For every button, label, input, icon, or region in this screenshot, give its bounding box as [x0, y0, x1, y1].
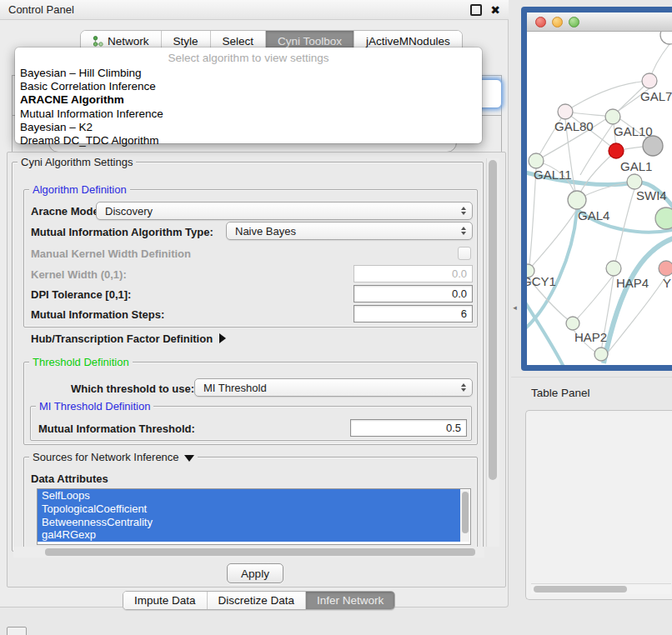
algorithm-definition-title: Algorithm Definition [29, 183, 130, 196]
list-item-betweennesscentrality[interactable]: BetweennessCentrality [38, 516, 460, 529]
label-y-partial: Y [663, 276, 671, 290]
hub-definition-label: Hub/Transcription Factor Definition [31, 332, 213, 345]
aracne-mode-label: Aracne Mode: [31, 205, 103, 218]
close-icon[interactable]: ✖ [490, 4, 500, 16]
list-item-gal4rgexp[interactable]: gal4RGexp [38, 528, 460, 542]
list-scrollbar-thumb[interactable] [462, 492, 469, 533]
kernel-width-label: Kernel Width (0,1): [31, 268, 127, 281]
threshold-definition-title: Threshold Definition [29, 356, 133, 368]
algorithm-option-mutual-information[interactable]: Mutual Information Inference [15, 108, 482, 121]
tab-discretize-data[interactable]: Discretize Data [208, 592, 307, 609]
panel-title: Control Panel [8, 3, 74, 16]
label-gal1: GAL1 [620, 159, 652, 173]
apply-button[interactable]: Apply [227, 563, 283, 583]
aracne-mode-value: Discovery [105, 205, 153, 218]
sources-title[interactable]: Sources for Network Inference [29, 451, 198, 463]
settings-vertical-scrollbar[interactable] [486, 158, 499, 547]
node-hap2[interactable] [566, 317, 579, 330]
label-hap2: HAP2 [574, 330, 607, 344]
mi-threshold-field[interactable]: 0.5 [350, 419, 467, 437]
mi-threshold-value: 0.5 [446, 422, 461, 434]
combo-stepper-icon [461, 383, 466, 392]
control-panel-titlebar: Control Panel ✖ [0, 0, 509, 20]
algorithm-option-basic-correlation[interactable]: Basic Correlation Inference [15, 80, 482, 93]
dropdown-placeholder: Select algorithm to view settings [15, 52, 482, 67]
algorithm-dropdown-popup: Select algorithm to view settings Bayesi… [15, 48, 482, 143]
hub-definition-toggle[interactable]: Hub/Transcription Factor Definition [31, 332, 226, 345]
cyni-algorithm-settings-title: Cyni Algorithm Settings [18, 156, 136, 168]
collapsed-arrow-icon [219, 333, 226, 343]
list-item-topologicalcoefficient[interactable]: TopologicalCoefficient [38, 502, 460, 516]
node-salmon[interactable] [659, 261, 672, 276]
tab-network-label: Network [108, 35, 149, 48]
combo-stepper-icon [461, 227, 466, 235]
node-gal7[interactable] [642, 73, 657, 88]
node-hap4[interactable] [606, 261, 621, 276]
algorithm-option-bayesian-k2[interactable]: Bayesian – K2 [15, 121, 482, 134]
which-threshold-combobox[interactable]: MI Threshold [194, 378, 473, 397]
minimize-traffic-light-icon[interactable] [552, 17, 563, 28]
label-gal80: GAL80 [554, 119, 594, 133]
table-panel-window [525, 410, 672, 600]
cyni-mode-tabbar: Impute Data Discretize Data Infer Networ… [123, 591, 395, 610]
tab-infer-network[interactable]: Infer Network [306, 592, 394, 609]
label-gal7: GAL7 [640, 89, 672, 103]
network-node-labels: GAL7 GAL80 GAL10 GAL1 GAL11 SWI4 GAL4 GC… [527, 89, 672, 344]
apply-button-label: Apply [241, 568, 269, 580]
titlebar-controls: ✖ [470, 4, 500, 16]
algorithm-option-bayesian-hill-climbing[interactable]: Bayesian – Hill Climbing [15, 67, 482, 80]
panel-splitter-grip[interactable]: ◂ [511, 303, 519, 312]
node-gray[interactable] [643, 136, 663, 156]
network-canvas[interactable]: GAL7 GAL80 GAL10 GAL1 GAL11 SWI4 GAL4 GC… [527, 32, 672, 365]
dpi-tolerance-label: DPI Tolerance [0,1]: [31, 288, 131, 301]
tab-impute-data[interactable]: Impute Data [123, 592, 208, 609]
which-threshold-value: MI Threshold [203, 382, 267, 394]
float-window-icon[interactable] [470, 4, 482, 16]
settings-vertical-thumb[interactable] [489, 160, 497, 480]
close-traffic-light-icon[interactable] [535, 17, 546, 28]
label-gal4: GAL4 [578, 208, 609, 222]
label-gcy1: GCY1 [527, 274, 556, 288]
table-horizontal-scrollbar[interactable] [531, 583, 671, 594]
zoom-traffic-light-icon[interactable] [569, 17, 579, 28]
label-swi4: SWI4 [636, 188, 667, 202]
expanded-arrow-icon [184, 455, 194, 462]
network-tab-icon [93, 36, 103, 47]
mi-steps-field[interactable]: 6 [354, 305, 473, 322]
table-panel-title: Table Panel [531, 387, 590, 399]
data-attributes-list: SelfLoops TopologicalCoefficient Between… [37, 488, 471, 545]
node-gal10[interactable] [605, 109, 620, 124]
data-attributes-label: Data Attributes [31, 472, 108, 485]
settings-horizontal-scrollbar[interactable] [13, 547, 484, 558]
settings-horizontal-thumb[interactable] [45, 548, 475, 556]
mi-algorithm-type-label: Mutual Information Algorithm Type: [31, 226, 213, 238]
node-gal11[interactable] [529, 153, 544, 168]
node-green-bright[interactable] [655, 208, 672, 229]
label-gal10: GAL10 [614, 124, 653, 138]
table-horizontal-thumb[interactable] [534, 586, 627, 592]
node-gal80[interactable] [558, 104, 573, 119]
minimized-panel-icon[interactable] [7, 627, 27, 635]
node-gal1-selected[interactable] [609, 143, 624, 158]
node-gal4[interactable] [568, 191, 586, 209]
list-vertical-scrollbar[interactable] [460, 490, 469, 542]
manual-kernel-width-label: Manual Kernel Width Definition [31, 248, 191, 260]
algorithm-option-dream8[interactable]: Dream8 DC_TDC Algorithm [15, 134, 482, 148]
manual-kernel-width-checkbox[interactable] [458, 247, 471, 260]
algorithm-option-aracne[interactable]: ARACNE Algorithm [15, 93, 482, 107]
aracne-mode-combobox[interactable]: Discovery [96, 202, 473, 220]
label-hap4: HAP4 [616, 276, 649, 290]
node-partial-top[interactable] [660, 32, 672, 44]
list-item-selfloops[interactable]: SelfLoops [38, 489, 460, 502]
mi-threshold-label: Mutual Information Threshold: [38, 422, 195, 435]
network-window-titlebar[interactable] [527, 12, 672, 32]
dpi-tolerance-field[interactable]: 0.0 [354, 285, 473, 302]
node-swi4[interactable] [627, 174, 642, 189]
kernel-width-field[interactable]: 0.0 [354, 265, 473, 282]
kernel-width-value: 0.0 [452, 268, 467, 280]
label-gal11: GAL11 [534, 168, 572, 182]
node-bottom-partial[interactable] [594, 348, 608, 361]
combo-stepper-icon [461, 207, 466, 215]
mi-algorithm-type-combobox[interactable]: Naive Bayes [226, 222, 473, 240]
mi-steps-value: 6 [461, 308, 467, 320]
